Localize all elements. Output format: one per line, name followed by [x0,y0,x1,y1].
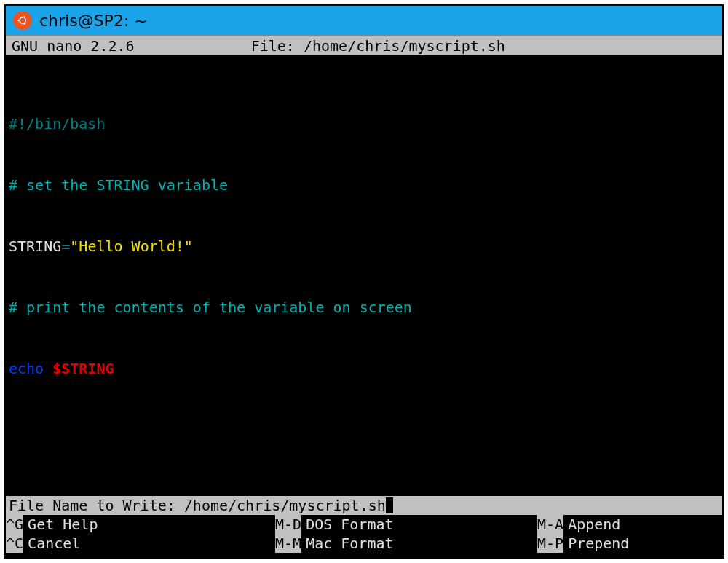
shortcut-key: M-D [275,515,301,534]
nano-file-label: File: /home/chris/myscript.sh [149,37,607,55]
shortcut-key: M-A [537,515,563,534]
shortcut-bar: ^G Get Help M-D DOS Format M-A Append ^C… [6,515,722,553]
code-string: "Hello World!" [70,237,193,255]
shortcut-label: Cancel [23,534,80,553]
shortcut-label: Get Help [23,515,98,534]
shortcut-label: Prepend [563,534,629,553]
shortcut-row: ^C Cancel M-M Mac Format M-P Prepend [6,534,722,553]
shortcut-dos-format[interactable]: M-D DOS Format [275,515,537,534]
cursor-icon [386,497,393,513]
code-echo: echo [9,360,44,377]
code-shebang: #!/bin/bash [9,115,105,133]
prompt-label: File Name to Write: [9,496,184,515]
code-var-name: STRING [9,237,61,255]
code-comment: # print the contents of the variable on … [9,299,412,316]
shortcut-append[interactable]: M-A Append [537,515,722,534]
shortcut-prepend[interactable]: M-P Prepend [537,534,722,553]
svg-point-3 [23,16,26,19]
shortcut-key: ^G [6,515,23,534]
shortcut-label: Append [563,515,620,534]
code-equals: = [61,237,70,255]
editor-area[interactable]: #!/bin/bash # set the STRING variable ST… [6,55,722,496]
shortcut-key: M-P [537,534,563,553]
shortcut-cancel[interactable]: ^C Cancel [6,534,275,553]
nano-version: GNU nano 2.2.6 [12,37,149,55]
code-var-ref: $STRING [52,360,114,377]
shortcut-mac-format[interactable]: M-M Mac Format [275,534,537,553]
code-comment: # set the STRING variable [9,176,228,194]
shortcut-key: ^C [6,534,23,553]
shortcut-row: ^G Get Help M-D DOS Format M-A Append [6,515,722,534]
filename-prompt[interactable]: File Name to Write: /home/chris/myscript… [6,496,722,515]
window-title: chris@SP2: ~ [39,12,148,30]
nano-header: GNU nano 2.2.6 File: /home/chris/myscrip… [6,35,722,55]
svg-point-4 [23,23,26,25]
shortcut-label: DOS Format [301,515,393,534]
shortcut-key: M-M [275,534,301,553]
ubuntu-icon [13,11,32,30]
footer-space [6,553,722,557]
window-titlebar[interactable]: chris@SP2: ~ [6,6,722,35]
svg-point-2 [17,19,20,22]
code-space [44,360,52,377]
shortcut-label: Mac Format [301,534,393,553]
prompt-value: /home/chris/myscript.sh [184,496,386,515]
terminal-window: chris@SP2: ~ GNU nano 2.2.6 File: /home/… [4,4,724,559]
shortcut-get-help[interactable]: ^G Get Help [6,515,275,534]
